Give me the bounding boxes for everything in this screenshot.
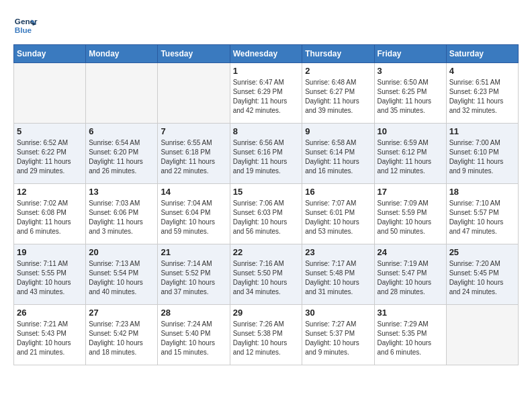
calendar-day-cell: 26Sunrise: 7:21 AM Sunset: 5:43 PM Dayli… — [14, 305, 86, 365]
day-info: Sunrise: 7:21 AM Sunset: 5:43 PM Dayligh… — [17, 320, 83, 357]
calendar-day-cell: 17Sunrise: 7:09 AM Sunset: 5:59 PM Dayli… — [374, 184, 446, 244]
day-number: 2 — [305, 66, 371, 76]
day-number: 20 — [89, 247, 154, 257]
day-number: 5 — [17, 126, 83, 136]
day-info: Sunrise: 6:55 AM Sunset: 6:18 PM Dayligh… — [161, 138, 226, 176]
calendar-week-row: 12Sunrise: 7:02 AM Sunset: 6:08 PM Dayli… — [14, 184, 519, 244]
day-number: 15 — [233, 187, 300, 197]
day-info: Sunrise: 7:23 AM Sunset: 5:42 PM Dayligh… — [89, 320, 154, 357]
day-info: Sunrise: 6:51 AM Sunset: 6:23 PM Dayligh… — [449, 78, 515, 116]
day-info: Sunrise: 7:04 AM Sunset: 6:04 PM Dayligh… — [161, 199, 226, 236]
day-info: Sunrise: 6:59 AM Sunset: 6:12 PM Dayligh… — [378, 138, 443, 176]
day-number: 23 — [305, 247, 371, 257]
calendar-day-cell — [14, 63, 86, 124]
calendar-day-cell: 7Sunrise: 6:55 AM Sunset: 6:18 PM Daylig… — [158, 124, 230, 184]
day-info: Sunrise: 7:06 AM Sunset: 6:03 PM Dayligh… — [233, 199, 300, 236]
day-number: 26 — [17, 308, 83, 318]
logo: General Blue — [13, 13, 38, 38]
day-number: 14 — [161, 187, 226, 197]
day-number: 13 — [89, 187, 154, 197]
day-info: Sunrise: 7:24 AM Sunset: 5:40 PM Dayligh… — [161, 320, 226, 357]
weekday-header: Tuesday — [158, 45, 230, 63]
day-info: Sunrise: 6:52 AM Sunset: 6:22 PM Dayligh… — [17, 138, 83, 176]
calendar-day-cell: 19Sunrise: 7:11 AM Sunset: 5:55 PM Dayli… — [14, 244, 86, 305]
day-number: 8 — [233, 126, 300, 136]
calendar-day-cell: 27Sunrise: 7:23 AM Sunset: 5:42 PM Dayli… — [86, 305, 158, 365]
calendar-day-cell — [446, 305, 518, 365]
calendar-day-cell: 24Sunrise: 7:19 AM Sunset: 5:47 PM Dayli… — [374, 244, 446, 305]
calendar-day-cell: 2Sunrise: 6:48 AM Sunset: 6:27 PM Daylig… — [302, 63, 374, 124]
day-info: Sunrise: 7:17 AM Sunset: 5:48 PM Dayligh… — [305, 259, 371, 297]
day-info: Sunrise: 7:27 AM Sunset: 5:37 PM Dayligh… — [305, 320, 371, 357]
day-info: Sunrise: 6:50 AM Sunset: 6:25 PM Dayligh… — [378, 78, 443, 116]
svg-text:Blue: Blue — [15, 26, 32, 34]
weekday-header: Sunday — [14, 45, 86, 63]
calendar-day-cell — [158, 63, 230, 124]
logo-icon: General Blue — [13, 13, 38, 38]
day-number: 1 — [233, 66, 300, 76]
day-number: 31 — [378, 308, 443, 318]
day-number: 12 — [17, 187, 83, 197]
calendar-day-cell: 10Sunrise: 6:59 AM Sunset: 6:12 PM Dayli… — [374, 124, 446, 184]
day-number: 9 — [305, 126, 371, 136]
calendar-day-cell: 20Sunrise: 7:13 AM Sunset: 5:54 PM Dayli… — [86, 244, 158, 305]
day-number: 4 — [449, 66, 515, 76]
day-info: Sunrise: 6:47 AM Sunset: 6:29 PM Dayligh… — [233, 78, 300, 116]
day-number: 6 — [89, 126, 154, 136]
day-number: 16 — [305, 187, 371, 197]
day-info: Sunrise: 7:07 AM Sunset: 6:01 PM Dayligh… — [305, 199, 371, 236]
day-info: Sunrise: 7:09 AM Sunset: 5:59 PM Dayligh… — [378, 199, 443, 236]
day-info: Sunrise: 7:20 AM Sunset: 5:45 PM Dayligh… — [449, 259, 515, 297]
day-number: 21 — [161, 247, 226, 257]
day-info: Sunrise: 7:19 AM Sunset: 5:47 PM Dayligh… — [378, 259, 443, 297]
day-info: Sunrise: 7:02 AM Sunset: 6:08 PM Dayligh… — [17, 199, 83, 236]
calendar-day-cell: 1Sunrise: 6:47 AM Sunset: 6:29 PM Daylig… — [230, 63, 302, 124]
calendar-day-cell: 3Sunrise: 6:50 AM Sunset: 6:25 PM Daylig… — [374, 63, 446, 124]
day-number: 22 — [233, 247, 300, 257]
day-number: 19 — [17, 247, 83, 257]
weekday-header: Thursday — [302, 45, 374, 63]
day-number: 3 — [378, 66, 443, 76]
calendar-header-row: SundayMondayTuesdayWednesdayThursdayFrid… — [14, 45, 519, 63]
weekday-header: Monday — [86, 45, 158, 63]
calendar-day-cell: 30Sunrise: 7:27 AM Sunset: 5:37 PM Dayli… — [302, 305, 374, 365]
calendar-day-cell: 22Sunrise: 7:16 AM Sunset: 5:50 PM Dayli… — [230, 244, 302, 305]
day-info: Sunrise: 7:14 AM Sunset: 5:52 PM Dayligh… — [161, 259, 226, 297]
day-number: 29 — [233, 308, 300, 318]
calendar-day-cell: 21Sunrise: 7:14 AM Sunset: 5:52 PM Dayli… — [158, 244, 230, 305]
calendar-week-row: 19Sunrise: 7:11 AM Sunset: 5:55 PM Dayli… — [14, 244, 519, 305]
calendar-day-cell: 9Sunrise: 6:58 AM Sunset: 6:14 PM Daylig… — [302, 124, 374, 184]
calendar-day-cell: 18Sunrise: 7:10 AM Sunset: 5:57 PM Dayli… — [446, 184, 518, 244]
calendar-day-cell — [86, 63, 158, 124]
day-number: 17 — [378, 187, 443, 197]
day-info: Sunrise: 7:11 AM Sunset: 5:55 PM Dayligh… — [17, 259, 83, 297]
day-number: 24 — [378, 247, 443, 257]
calendar-week-row: 26Sunrise: 7:21 AM Sunset: 5:43 PM Dayli… — [14, 305, 519, 365]
calendar-table: SundayMondayTuesdayWednesdayThursdayFrid… — [13, 44, 519, 365]
calendar-week-row: 1Sunrise: 6:47 AM Sunset: 6:29 PM Daylig… — [14, 63, 519, 124]
day-info: Sunrise: 7:03 AM Sunset: 6:06 PM Dayligh… — [89, 199, 154, 236]
calendar-day-cell: 13Sunrise: 7:03 AM Sunset: 6:06 PM Dayli… — [86, 184, 158, 244]
day-number: 11 — [449, 126, 515, 136]
calendar-day-cell: 4Sunrise: 6:51 AM Sunset: 6:23 PM Daylig… — [446, 63, 518, 124]
day-info: Sunrise: 6:48 AM Sunset: 6:27 PM Dayligh… — [305, 78, 371, 116]
calendar-day-cell: 16Sunrise: 7:07 AM Sunset: 6:01 PM Dayli… — [302, 184, 374, 244]
day-info: Sunrise: 6:56 AM Sunset: 6:16 PM Dayligh… — [233, 138, 300, 176]
calendar-day-cell: 29Sunrise: 7:26 AM Sunset: 5:38 PM Dayli… — [230, 305, 302, 365]
weekday-header: Saturday — [446, 45, 518, 63]
calendar-day-cell: 28Sunrise: 7:24 AM Sunset: 5:40 PM Dayli… — [158, 305, 230, 365]
calendar-day-cell: 5Sunrise: 6:52 AM Sunset: 6:22 PM Daylig… — [14, 124, 86, 184]
day-info: Sunrise: 7:16 AM Sunset: 5:50 PM Dayligh… — [233, 259, 300, 297]
weekday-header: Wednesday — [230, 45, 302, 63]
calendar-day-cell: 12Sunrise: 7:02 AM Sunset: 6:08 PM Dayli… — [14, 184, 86, 244]
calendar-day-cell: 31Sunrise: 7:29 AM Sunset: 5:35 PM Dayli… — [374, 305, 446, 365]
day-number: 30 — [305, 308, 371, 318]
day-info: Sunrise: 7:13 AM Sunset: 5:54 PM Dayligh… — [89, 259, 154, 297]
calendar-day-cell: 23Sunrise: 7:17 AM Sunset: 5:48 PM Dayli… — [302, 244, 374, 305]
calendar-day-cell: 6Sunrise: 6:54 AM Sunset: 6:20 PM Daylig… — [86, 124, 158, 184]
day-info: Sunrise: 6:58 AM Sunset: 6:14 PM Dayligh… — [305, 138, 371, 176]
day-info: Sunrise: 7:00 AM Sunset: 6:10 PM Dayligh… — [449, 138, 515, 176]
day-number: 27 — [89, 308, 154, 318]
day-info: Sunrise: 7:26 AM Sunset: 5:38 PM Dayligh… — [233, 320, 300, 357]
day-number: 25 — [449, 247, 515, 257]
